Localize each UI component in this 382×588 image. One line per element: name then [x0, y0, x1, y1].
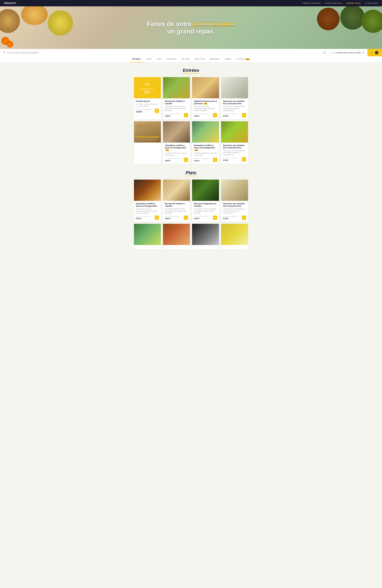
product-desc-plat-saucisson: C'est au cœur de Montmartre que Jean-Phi…: [223, 208, 246, 214]
product-desc-fenouil: Deux épaisses tranches d'aubergines conf…: [194, 105, 217, 112]
add-button-fenouil[interactable]: +: [213, 113, 217, 117]
main-content: Entrées 🍽 FORMULE DU jour Formule du jou…: [131, 63, 251, 261]
product-image-plat-veg: [134, 224, 161, 245]
product-footer-plat-burrata: PORTION 1 PERSONNE 4.30 € +: [165, 215, 188, 220]
product-image-burrata: [163, 77, 190, 98]
product-info-formule: Formule du jour Une entrée, un plat, un …: [134, 98, 161, 115]
hero-decoration-orange2: [7, 41, 13, 47]
product-info-burrata: Burrata des Pouilles & roquette Une bell…: [163, 98, 190, 119]
portion-label-aubergines2: PORTION 1 PERSONNE: [194, 158, 208, 159]
hero-text: Faites de votre petit-déjeuner un grand …: [147, 20, 235, 35]
product-card-plat-baguette: Morceau de Baguette aux Céréales Un morc…: [192, 180, 219, 222]
formule-label-top: FORMULE DU: [141, 88, 154, 90]
price-plat-aubergines: 4.30 €: [136, 217, 150, 220]
offered-link[interactable]: UN REPAS OFFERT: [346, 2, 361, 4]
price-aubergines1: 4.30 €: [165, 160, 180, 162]
product-info-plat-veg: [134, 245, 161, 249]
product-name-aubergines2: Aubergines confites & Sauce au fromage b…: [194, 144, 217, 151]
product-image-formule: 🍽 FORMULE DU jour: [134, 77, 161, 98]
category-bar-a-jus[interactable]: BAR À JUS: [192, 56, 207, 62]
how-it-works-link[interactable]: COMMENT ÇA MARCHE ?: [302, 2, 322, 4]
category-ptit-dej[interactable]: PTIT-DÉJ: [179, 56, 192, 62]
product-name-saucisson2: Saucisson aux noisettes de la Jurasserie…: [223, 144, 246, 149]
add-button-plat-burrata[interactable]: +: [184, 215, 188, 220]
product-image-saucisson2: [221, 121, 248, 143]
account-link[interactable]: 👤 MON COMPTE: [365, 2, 378, 4]
add-button-formule[interactable]: +: [155, 109, 159, 113]
portion-label-saucisson2: PORTION 1 PERSONNE: [223, 157, 238, 159]
product-info-plat-yellow: [221, 245, 248, 249]
category-desserts[interactable]: DESSERTS: [164, 56, 179, 62]
hero-headline: Faites de votre petit-déjeuner un grand …: [147, 20, 235, 35]
chevron-down-icon: ▼: [362, 52, 364, 54]
product-footer-plat-aubergines: PORTION 1 PERSONNE 4.30 € +: [136, 215, 159, 220]
product-card-plat-yellow: [221, 224, 248, 249]
hero-decoration-4: [317, 8, 340, 30]
hero-banner: Faites de votre petit-déjeuner un grand …: [0, 6, 382, 49]
boulangerie-bread-shape: [137, 124, 158, 128]
category-apero[interactable]: APÉRO: [222, 56, 234, 62]
product-price-formule: 10,90 €: [136, 111, 151, 113]
add-button-plat-saucisson[interactable]: +: [242, 215, 246, 220]
hero-decoration-1: [0, 9, 20, 33]
product-footer-plat-saucisson: PORTION 1 PERSONNE 4.30 € +: [223, 215, 246, 220]
product-info-plat-burrata: Burrata des Pouilles & roquette Une bell…: [163, 201, 190, 222]
product-info-saucisson1: Saucisson aux noisettes de la Jurasserie…: [221, 98, 248, 119]
product-desc-plat-burrata: Une belle Burrata des Pouilles, accompag…: [165, 208, 188, 214]
add-button-plat-aubergines[interactable]: +: [155, 215, 159, 220]
brand-logo[interactable]: FRICHTI: [4, 2, 16, 5]
price-plat-saucisson: 4.30 €: [223, 217, 238, 220]
add-button-aubergines2[interactable]: +: [213, 158, 217, 162]
price-plat-burrata: 4.30 €: [165, 217, 180, 220]
about-link[interactable]: À PROPOS DE FRICHTI: [325, 2, 342, 4]
product-info-aubergines2: Aubergines confites & Sauce au fromage b…: [192, 143, 219, 164]
portion-label-plat-saucisson: PORTION 1 PERSONNE: [223, 216, 238, 217]
add-button-saucisson2[interactable]: +: [242, 157, 246, 161]
hero-decoration-5: [340, 6, 365, 30]
add-button-plat-baguette[interactable]: +: [213, 215, 217, 220]
product-image-boulangerie: LA BOULANGERIE ⊞ 7 CHOIX DISPONIBLES: [134, 121, 161, 143]
hero-decoration-3: [48, 10, 73, 36]
address-input[interactable]: [7, 52, 322, 54]
portion-label-fenouil: PORTION 1 PERSONNE: [194, 113, 208, 115]
grid-icon: ⊞: [138, 139, 140, 140]
category-navigation: ENTRÉES PLATS KIDS DESSERTS PTIT-DÉJ BAR…: [0, 56, 382, 63]
portion-label-burrata: PORTION 1 PERSONNE: [165, 113, 180, 115]
delivery-time-selector[interactable]: 🕐 Livraison entre 19h30 et 20h30 ▼: [329, 52, 367, 54]
portion-label-plat-aubergines: PORTION 1 PERSONNE: [136, 216, 150, 217]
product-info-plat-baguette: Morceau de Baguette aux Céréales Un morc…: [192, 201, 219, 222]
add-button-burrata[interactable]: +: [184, 113, 188, 117]
product-desc-formule: Une entrée, un plat, un dessert et un mo…: [136, 103, 159, 107]
category-plats[interactable]: PLATS: [143, 56, 154, 62]
boulangerie-label: LA BOULANGERIE: [136, 136, 159, 139]
add-button-aubergines1[interactable]: +: [184, 158, 188, 162]
price-fenouil: 4.30 €: [194, 115, 208, 117]
product-card-plat-saucisson: Saucisson aux noisettes de la Jurasserie…: [221, 180, 248, 222]
add-button-saucisson1[interactable]: +: [242, 113, 246, 117]
top-nav-links: COMMENT ÇA MARCHE ? À PROPOS DE FRICHTI …: [302, 2, 378, 4]
category-boissons[interactable]: BOISSONS: [207, 56, 222, 62]
product-info-plat-cow: [192, 245, 219, 249]
category-la-cave[interactable]: LA CAVE NEW: [234, 56, 253, 62]
category-entrees[interactable]: ENTRÉES: [130, 56, 143, 62]
product-card-boulangerie[interactable]: LA BOULANGERIE ⊞ 7 CHOIX DISPONIBLES: [134, 121, 161, 164]
cart-icon: 🛒: [371, 51, 374, 54]
location-search: 📍 🔍: [0, 51, 329, 54]
product-card-fenouil: Salade de fenouil, poire et parmesan NEW…: [192, 77, 219, 119]
formule-label-jour: jour: [144, 90, 151, 94]
account-icon: 👤: [365, 2, 367, 4]
product-desc-plat-baguette: Un morceau d'une bonne baguette aux céré…: [194, 208, 217, 214]
product-card-aubergines2: Aubergines confites & Sauce au fromage b…: [192, 121, 219, 164]
product-info-saucisson2: Saucisson aux noisettes de la Jurasserie…: [221, 143, 248, 163]
category-kids[interactable]: KIDS: [154, 56, 164, 62]
product-price-section-formule: FORMULE COMPLÈTE 10,90 €: [136, 109, 151, 113]
product-card-plat-veg: [134, 224, 161, 249]
price-saucisson2: 4.30 €: [223, 159, 238, 161]
entrees-section-title: Entrées: [134, 68, 248, 73]
product-card-saucisson1: Saucisson aux noisettes de la Jurasserie…: [221, 77, 248, 119]
formule-icon: 🍽: [145, 82, 150, 87]
cart-button[interactable]: 🛒 4: [367, 49, 382, 56]
cart-count: 4: [375, 51, 378, 54]
entrees-grid: 🍽 FORMULE DU jour Formule du jour Une en…: [134, 77, 248, 164]
product-image-plat-yellow: [221, 224, 248, 245]
